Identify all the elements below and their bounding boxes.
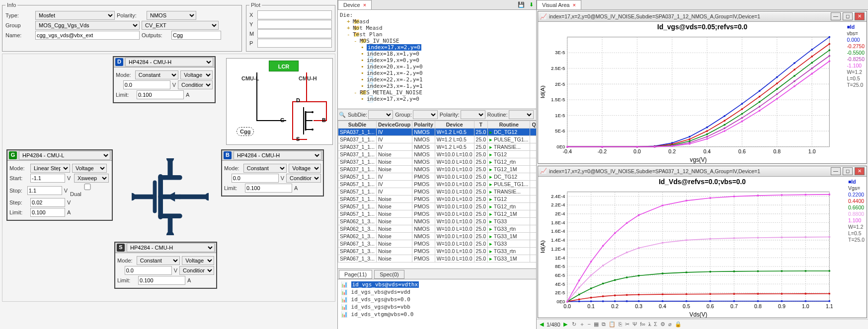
table-row[interactable]: SPA037_1_1...NoiseNMOSW=10.0 L=10.025.0▸… [338, 166, 537, 173]
terminal-b-instrument[interactable]: HP4284 - CMU-H [234, 151, 321, 160]
terminal-d-instrument[interactable]: HP4284 - CMU-H [125, 58, 213, 66]
maximize-button[interactable]: ◻ [843, 167, 853, 175]
terminal-d-value[interactable] [123, 80, 170, 89]
terminal-g-dual[interactable]: Dual [70, 184, 110, 197]
grid-header[interactable]: Device [435, 121, 474, 129]
terminal-s-value[interactable] [125, 266, 172, 275]
terminal-g-sweep[interactable]: Xsweep [74, 174, 109, 183]
close-button[interactable]: ✕ [855, 12, 865, 20]
tree-node[interactable]: - 📁 Test Plan [340, 31, 534, 38]
grid-header[interactable]: Routine [488, 121, 530, 129]
tree-node[interactable]: + 📁 Measd [340, 18, 534, 25]
terminal-b-mode[interactable]: Constant [243, 164, 287, 173]
table-row[interactable]: SPA062_1_3...NoiseNMOSW=10.0 L=10.025.0▸… [338, 233, 537, 240]
tree-node[interactable]: • 📄 index=20,x=-1,y=0 [340, 64, 534, 70]
pages-list[interactable]: 📊 id_vgs_vbs@vds=vdthx📊 id_vgs_vbs@vds=v… [338, 279, 536, 329]
toolbar-icon[interactable]: 🔒 [675, 321, 682, 327]
terminal-d-limit[interactable] [137, 90, 184, 99]
cv-select[interactable]: CV_EXT [142, 21, 219, 30]
minimize-button[interactable]: — [831, 167, 841, 175]
toolbar-icon[interactable]: 𝛌 [648, 321, 651, 327]
table-row[interactable]: SPA037_1_1...NoiseNMOSW=10.0 L=10.025.0▸… [338, 151, 537, 158]
toolbar-icon[interactable]: ✂ [625, 321, 630, 327]
grid-header[interactable]: QA [530, 121, 536, 129]
device-tree[interactable]: Die: + 📁 Measd+ 📁 Not Measd- 📁 Test Plan… [338, 10, 536, 109]
filter-routine[interactable] [509, 110, 534, 119]
page-item[interactable]: 📊 id_vds_vtgm@vbs=0.0 [341, 311, 533, 318]
device-grid[interactable]: SubDieDeviceGroupPolarityDeviceTRoutineQ… [338, 121, 536, 268]
toolbar-icon[interactable]: − [588, 321, 591, 327]
table-row[interactable]: SPA067_1_3...NoisePMOSW=10.0 L=10.025.0▸… [338, 240, 537, 248]
table-row[interactable]: SPA067_1_3...NoisePMOSW=10.0 L=10.025.0▸… [338, 248, 537, 255]
filter-group[interactable] [413, 110, 438, 119]
plot-y-input[interactable] [257, 20, 332, 29]
toolbar-icon[interactable]: ⎘ [619, 321, 622, 327]
terminal-g-mode[interactable]: Linear Step [30, 164, 70, 173]
table-row[interactable]: SPA057_1_1...NoisePMOSW=10.0 L=10.025.0▸… [338, 210, 537, 218]
polarity-select[interactable]: NMOS [147, 11, 196, 20]
terminal-d-mode[interactable]: Constant [135, 70, 179, 79]
terminal-g-vtype[interactable]: Voltage [72, 164, 107, 173]
tab-page[interactable]: Page(11) [339, 270, 372, 279]
tree-node[interactable]: • 📄 index=17,x=2,y=0 [340, 44, 534, 51]
toolbar-icon[interactable]: ⚙ [660, 321, 665, 327]
close-icon[interactable]: × [363, 2, 366, 8]
tree-node[interactable]: - 📁 MOS_IV_NOISE [340, 38, 534, 44]
terminal-d-condition[interactable]: Condition [178, 80, 213, 89]
toolbar-icon[interactable]: f∞ [640, 321, 645, 327]
grid-header[interactable]: DeviceGroup [376, 121, 412, 129]
table-row[interactable]: SPA037_1_1...NoiseNMOSW=10.0 L=10.025.0▸… [338, 158, 537, 166]
toolbar-icon[interactable]: ＋ [579, 321, 585, 327]
name-input[interactable] [35, 31, 140, 40]
toolbar-icon[interactable]: ▦ [594, 321, 599, 327]
toolbar-icon[interactable]: Σ [654, 321, 657, 327]
tree-node[interactable]: • 📄 index=23,x=-1,y=1 [340, 83, 534, 89]
table-row[interactable]: SPA057_1_1...NoisePMOSW=10.0 L=10.025.0▸… [338, 203, 537, 210]
filter-subdie[interactable] [368, 110, 393, 119]
plot-p-input[interactable] [257, 39, 332, 48]
tree-node[interactable]: • 📄 index=22,x=-2,y=1 [340, 76, 534, 83]
table-row[interactable]: SPA062_1_3...NoiseNMOSW=10.0 L=10.025.0▸… [338, 225, 537, 233]
terminal-s-limit[interactable] [138, 276, 185, 285]
tree-node[interactable]: • 📄 index=17,x=2,y=0 [340, 96, 534, 102]
page-item[interactable]: 📊 id_vgs_vbs@vds=vdd [341, 288, 533, 296]
table-row[interactable]: SPA062_1_3...NoiseNMOSW=10.0 L=10.025.0▸… [338, 218, 537, 225]
outputs-input[interactable] [171, 31, 221, 40]
grid-header[interactable]: SubDie [338, 121, 377, 129]
toolbar-icon[interactable]: 📋 [609, 321, 616, 327]
close-button[interactable]: ✕ [855, 167, 865, 175]
tree-node[interactable]: - 📁 RES_METEAL_IV_NOISE [340, 89, 534, 96]
pager-next[interactable]: ▶ [563, 321, 567, 328]
terminal-b-value[interactable] [232, 174, 279, 183]
close-icon[interactable]: × [572, 2, 575, 8]
table-row[interactable]: SPA037_1_1...IVNMOSW=1.2 L=0.525.0▸ PULS… [338, 136, 537, 143]
toolbar-icon[interactable]: ⧉ [602, 321, 606, 327]
terminal-g-step[interactable] [30, 198, 65, 207]
table-row[interactable]: SPA057_1_1...NoisePMOSW=10.0 L=10.025.0▸… [338, 196, 537, 203]
filter-icon[interactable]: 🔍 [339, 112, 346, 118]
page-item[interactable]: 📊 id_vds_vgs@vbs=vbb [341, 303, 533, 311]
save-icon[interactable]: 💾 [517, 1, 526, 8]
tree-node[interactable]: • 📄 index=19,x=0,y=0 [340, 57, 534, 64]
pager-prev[interactable]: ◀ [540, 321, 544, 328]
group-select[interactable]: MOS_Cgg_Vgs_Vds [35, 21, 140, 30]
tab-visual-area[interactable]: Visual Area× [537, 0, 581, 9]
tree-node[interactable]: + 📁 Not Measd [340, 25, 534, 31]
toolbar-icon[interactable]: ↻ [572, 321, 576, 327]
minimize-button[interactable]: — [831, 12, 841, 20]
plot-x-input[interactable] [257, 10, 332, 19]
terminal-b-limit[interactable] [245, 184, 292, 193]
tab-device[interactable]: Device× [338, 0, 372, 9]
terminal-g-stop[interactable] [27, 186, 62, 195]
chart-1-plot[interactable]: -0.4-0.20.00.20.40.60.81.00E05E-61E-51.5… [538, 22, 867, 163]
run-icon[interactable]: ⬇ [527, 1, 536, 8]
filter-polarity[interactable] [461, 110, 485, 119]
tab-spec[interactable]: Spec(0) [374, 270, 404, 279]
terminal-b-condition[interactable]: Condition [286, 174, 321, 183]
table-row[interactable]: SPA037_1_1...IVNMOSW=1.2 L=0.525.0▸ DC_T… [338, 129, 537, 136]
tree-node[interactable]: • 📄 index=18,x=1,y=0 [340, 51, 534, 57]
terminal-g-start[interactable] [30, 174, 65, 183]
terminal-s-vtype[interactable]: Voltage [182, 256, 214, 265]
table-row[interactable]: SPA067_1_3...NoisePMOSW=10.0 L=10.025.0▸… [338, 255, 537, 263]
grid-header[interactable]: T [474, 121, 487, 129]
